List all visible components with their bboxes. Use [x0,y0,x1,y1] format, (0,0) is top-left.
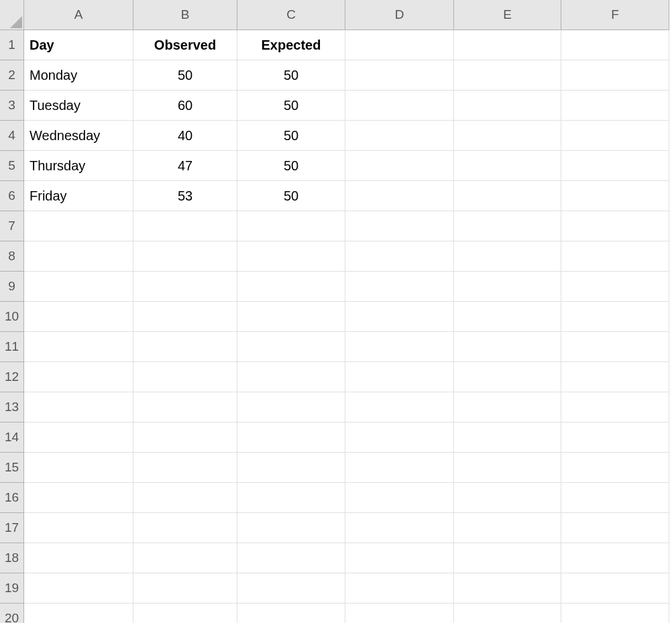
cell-F8[interactable] [561,241,669,272]
cell-E2[interactable] [454,60,561,91]
cell-B11[interactable] [133,332,237,362]
row-header-5[interactable]: 5 [0,151,24,181]
cell-A19[interactable] [24,573,133,604]
cell-E18[interactable] [454,543,561,573]
cell-D9[interactable] [345,272,454,302]
cell-E3[interactable] [454,91,561,121]
cell-C20[interactable] [237,604,345,623]
row-header-17[interactable]: 17 [0,513,24,543]
row-header-12[interactable]: 12 [0,362,24,392]
cell-A14[interactable] [24,422,133,453]
cell-D10[interactable] [345,302,454,332]
cell-C17[interactable] [237,513,345,543]
cell-B9[interactable] [133,272,237,302]
cell-A10[interactable] [24,302,133,332]
cell-E6[interactable] [454,181,561,211]
row-header-4[interactable]: 4 [0,121,24,151]
cell-A17[interactable] [24,513,133,543]
cell-B18[interactable] [133,543,237,573]
cell-B8[interactable] [133,241,237,272]
cell-B10[interactable] [133,302,237,332]
cell-F15[interactable] [561,453,669,483]
cell-F17[interactable] [561,513,669,543]
row-header-11[interactable]: 11 [0,332,24,362]
row-header-9[interactable]: 9 [0,272,24,302]
cell-D19[interactable] [345,573,454,604]
cell-F1[interactable] [561,30,669,60]
cell-C10[interactable] [237,302,345,332]
row-header-15[interactable]: 15 [0,453,24,483]
row-header-1[interactable]: 1 [0,30,24,60]
cell-E17[interactable] [454,513,561,543]
cell-A15[interactable] [24,453,133,483]
cell-D13[interactable] [345,392,454,422]
cell-A11[interactable] [24,332,133,362]
row-header-6[interactable]: 6 [0,181,24,211]
cell-B1[interactable]: Observed [133,30,237,60]
cell-F5[interactable] [561,151,669,181]
cell-B2[interactable]: 50 [133,60,237,91]
row-header-14[interactable]: 14 [0,422,24,453]
cell-F11[interactable] [561,332,669,362]
cell-F12[interactable] [561,362,669,392]
cell-D6[interactable] [345,181,454,211]
cell-F20[interactable] [561,604,669,623]
column-header-D[interactable]: D [345,0,454,30]
cell-A16[interactable] [24,483,133,513]
cell-A18[interactable] [24,543,133,573]
cell-B12[interactable] [133,362,237,392]
cell-D12[interactable] [345,362,454,392]
select-all-corner[interactable] [0,0,24,30]
cell-F4[interactable] [561,121,669,151]
cell-B14[interactable] [133,422,237,453]
column-header-C[interactable]: C [237,0,345,30]
cell-B19[interactable] [133,573,237,604]
cell-D4[interactable] [345,121,454,151]
cell-C5[interactable]: 50 [237,151,345,181]
cell-C15[interactable] [237,453,345,483]
cell-E12[interactable] [454,362,561,392]
cell-C16[interactable] [237,483,345,513]
cell-F14[interactable] [561,422,669,453]
cell-B3[interactable]: 60 [133,91,237,121]
spreadsheet-grid[interactable]: ABCDEF1DayObservedExpected2Monday50503Tu… [0,0,672,623]
cell-A4[interactable]: Wednesday [24,121,133,151]
cell-B15[interactable] [133,453,237,483]
cell-A7[interactable] [24,211,133,241]
cell-E7[interactable] [454,211,561,241]
cell-A1[interactable]: Day [24,30,133,60]
cell-B17[interactable] [133,513,237,543]
cell-E16[interactable] [454,483,561,513]
cell-D14[interactable] [345,422,454,453]
column-header-A[interactable]: A [24,0,133,30]
cell-D15[interactable] [345,453,454,483]
cell-B20[interactable] [133,604,237,623]
cell-D7[interactable] [345,211,454,241]
row-header-13[interactable]: 13 [0,392,24,422]
cell-A8[interactable] [24,241,133,272]
cell-B13[interactable] [133,392,237,422]
cell-E1[interactable] [454,30,561,60]
column-header-B[interactable]: B [133,0,237,30]
row-header-8[interactable]: 8 [0,241,24,272]
column-header-F[interactable]: F [561,0,669,30]
cell-E13[interactable] [454,392,561,422]
cell-E8[interactable] [454,241,561,272]
cell-F7[interactable] [561,211,669,241]
cell-F9[interactable] [561,272,669,302]
cell-E9[interactable] [454,272,561,302]
cell-C8[interactable] [237,241,345,272]
row-header-16[interactable]: 16 [0,483,24,513]
cell-A5[interactable]: Thursday [24,151,133,181]
row-header-3[interactable]: 3 [0,91,24,121]
cell-F6[interactable] [561,181,669,211]
cell-E15[interactable] [454,453,561,483]
cell-F16[interactable] [561,483,669,513]
cell-F18[interactable] [561,543,669,573]
cell-A9[interactable] [24,272,133,302]
cell-E4[interactable] [454,121,561,151]
cell-E20[interactable] [454,604,561,623]
cell-A12[interactable] [24,362,133,392]
row-header-2[interactable]: 2 [0,60,24,91]
column-header-E[interactable]: E [454,0,561,30]
